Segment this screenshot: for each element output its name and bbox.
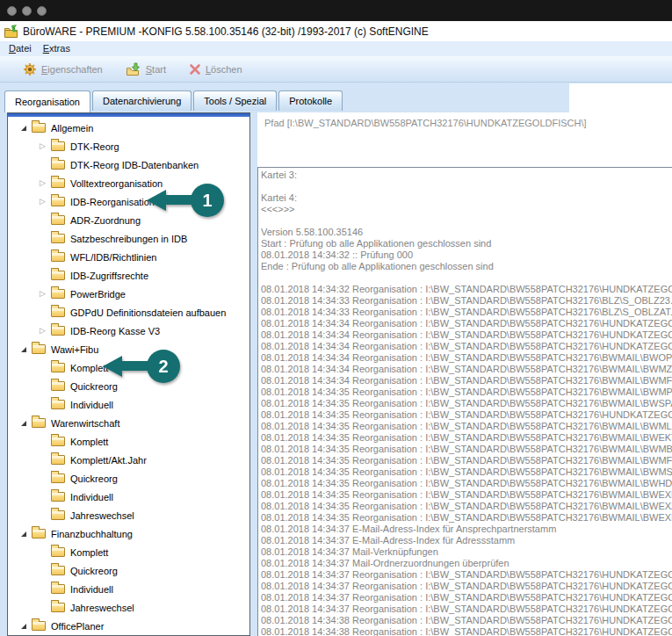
tab[interactable]: Datenarchivierung xyxy=(92,90,191,111)
tree-expand-icon[interactable] xyxy=(37,177,48,189)
tree-expand-icon[interactable] xyxy=(37,288,48,300)
tree-item[interactable]: Warenwirtschaft xyxy=(8,414,249,432)
callout-1-arrow-icon xyxy=(147,190,166,211)
tree-expand-icon[interactable] xyxy=(37,399,48,410)
tree-item[interactable]: Finanzbuchhaltung xyxy=(8,524,249,543)
tree-item[interactable]: IDB-Zugriffsrechte xyxy=(8,266,249,285)
callout-1-badge: 1 xyxy=(191,184,224,217)
tree-item[interactable]: Quickreorg xyxy=(8,561,249,580)
protocol-log-box[interactable]: Kartei 3:Kartei 4:<<<>>>Version 5.58.100… xyxy=(257,167,672,636)
tree-item[interactable]: GDPdU Definitionsdateien aufbauen xyxy=(8,303,249,322)
tree-expand-icon[interactable] xyxy=(37,233,48,244)
folder-icon xyxy=(51,160,65,170)
window-close-icon[interactable] xyxy=(7,6,17,16)
window-zoom-icon[interactable] xyxy=(37,6,47,16)
log-line: 08.01.2018 14:34:33 Reorganisation : I:\… xyxy=(261,295,672,307)
tree-item[interactable]: DTK-Reorg IDB-Datenbanken xyxy=(8,155,249,174)
buroware-konfig-window: { "window": { "title": "BüroWARE - PREMI… xyxy=(0,0,672,636)
tree-item[interactable]: OfficePlaner xyxy=(8,617,249,635)
tree-item[interactable]: Wawi+Fibu xyxy=(8,340,249,358)
tree-item[interactable]: Komplett xyxy=(8,543,249,561)
folder-icon xyxy=(51,400,65,409)
menu-item[interactable]: Datei xyxy=(5,42,40,55)
tree-item[interactable]: Individuell xyxy=(8,395,249,414)
delete-x-icon xyxy=(189,63,201,76)
tree-expand-icon[interactable] xyxy=(37,251,48,263)
tree-expand-icon[interactable] xyxy=(37,159,48,170)
tree-expand-icon[interactable] xyxy=(37,583,48,595)
tree-expand-icon[interactable] xyxy=(18,528,29,539)
tree-expand-icon[interactable] xyxy=(37,325,48,336)
tree-expand-icon[interactable] xyxy=(37,602,48,613)
tree-expand-icon[interactable] xyxy=(18,620,29,632)
tree-item[interactable]: Jahreswechsel xyxy=(8,598,249,617)
tree-expand-icon[interactable] xyxy=(18,122,29,134)
log-line xyxy=(261,272,672,284)
eigenschaften-label: Eigenschaften xyxy=(41,64,103,75)
log-line: <<<>>> xyxy=(261,204,672,215)
tree-expand-icon[interactable] xyxy=(37,196,48,207)
tree-expand-icon[interactable] xyxy=(18,343,29,355)
menu-item[interactable]: Extras xyxy=(40,42,78,55)
tree-expand-icon[interactable] xyxy=(37,380,48,392)
gear-icon xyxy=(23,62,37,76)
tree-item-label: Quickreorg xyxy=(70,473,118,484)
log-line: 08.01.2018 14:34:32 Reorganisation : I:\… xyxy=(261,284,672,295)
eigenschaften-button[interactable]: Eigenschaften xyxy=(23,62,103,76)
folder-icon xyxy=(32,123,46,133)
tree-item-label: IDB-Reorg Kasse V3 xyxy=(70,326,160,336)
loeschen-button[interactable]: Löschen xyxy=(189,63,242,76)
tree-item[interactable]: Individuell xyxy=(8,580,249,598)
tree-expand-icon[interactable] xyxy=(37,491,48,502)
log-line: Kartei 3: xyxy=(261,170,672,181)
tab-strip: ReorganisationDatenarchivierungTools / S… xyxy=(4,90,344,111)
tree-item[interactable]: Allgemein xyxy=(8,119,249,137)
tree-item[interactable]: Komplett/Akt.Jahr xyxy=(8,451,249,469)
window-minimize-icon[interactable] xyxy=(22,6,32,16)
tree-expand-icon[interactable] xyxy=(37,510,48,521)
log-line: 08.01.2018 14:34:37 E-Mail-Adress-Index … xyxy=(261,535,672,546)
tree-item[interactable]: IDB-Reorg Kasse V3 xyxy=(8,322,249,340)
folder-icon xyxy=(51,289,65,299)
tree-expand-icon[interactable] xyxy=(37,307,48,318)
folder-icon xyxy=(51,603,65,612)
window-title: BüroWARE - PREMIUM -KONFIG 5.58.100.3514… xyxy=(23,25,429,38)
folder-icon xyxy=(51,566,65,575)
folder-icon xyxy=(51,473,65,483)
tree-item[interactable]: Komplett xyxy=(8,432,249,451)
tree-expand-icon[interactable] xyxy=(37,362,48,373)
tree-item[interactable]: Individuell xyxy=(8,488,249,506)
log-line: 08.01.2018 14:34:37 E-Mail-Adress-Index … xyxy=(261,524,672,535)
tree-item[interactable]: Jahreswechsel xyxy=(8,506,249,524)
log-line: 08.01.2018 14:34:37 Reorganisation : I:\… xyxy=(261,592,672,603)
tree-expand-icon[interactable] xyxy=(37,436,48,447)
tab[interactable]: Protokolle xyxy=(278,90,343,111)
toolbar: Eigenschaften Start Löschen xyxy=(0,56,672,83)
log-line: Ende : Prüfung ob alle Applikationen ges… xyxy=(261,261,672,272)
tree-expand-icon[interactable] xyxy=(37,546,48,558)
tab[interactable]: Reorganisation xyxy=(4,90,90,112)
top-right-pane xyxy=(569,83,672,113)
log-line xyxy=(261,215,672,227)
tree-item[interactable]: WFL/IDB/Richtlinien xyxy=(8,248,249,266)
tree-item[interactable]: Satzbeschreibungen in IDB xyxy=(8,229,249,248)
tree-expand-icon[interactable] xyxy=(37,141,48,152)
log-line: 08.01.2018 14:34:34 Reorganisation : I:\… xyxy=(261,352,672,364)
tree-expand-icon[interactable] xyxy=(18,417,29,429)
tree-item[interactable]: DTK-Reorg xyxy=(8,137,249,155)
folder-icon xyxy=(32,344,46,354)
tree-item[interactable]: Quickreorg xyxy=(8,469,249,488)
callout-2-arrow-icon xyxy=(103,356,122,377)
log-line: 08.01.2018 14:34:35 Reorganisation : I:\… xyxy=(261,455,672,466)
tab[interactable]: Tools / Spezial xyxy=(193,90,277,111)
tree-expand-icon[interactable] xyxy=(37,473,48,484)
start-button[interactable]: Start xyxy=(126,62,166,76)
log-line: 08.01.2018 14:34:35 Reorganisation : I:\… xyxy=(261,501,672,512)
tree-item[interactable]: Quickreorg xyxy=(8,377,249,395)
folder-icon xyxy=(51,215,65,225)
tree-expand-icon[interactable] xyxy=(37,214,48,226)
tree-expand-icon[interactable] xyxy=(37,454,48,466)
tree-expand-icon[interactable] xyxy=(37,565,48,576)
tree-expand-icon[interactable] xyxy=(37,270,48,281)
tree-item[interactable]: PowerBridge xyxy=(8,285,249,303)
